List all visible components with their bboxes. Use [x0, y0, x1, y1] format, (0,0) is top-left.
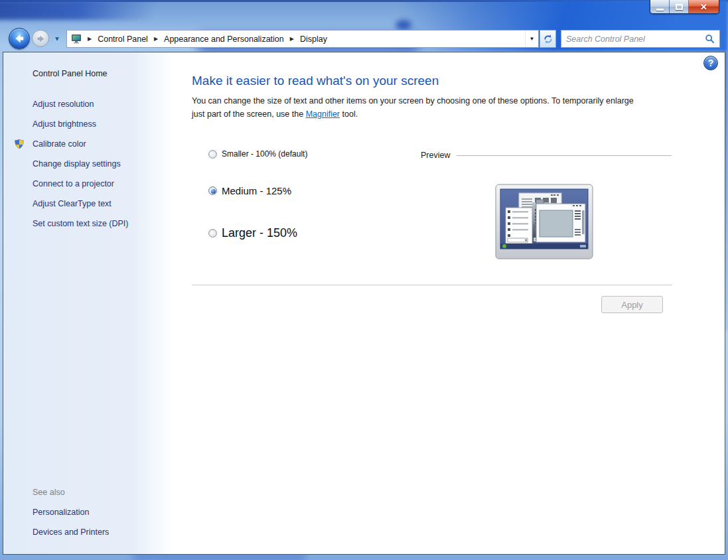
- magnifier-link[interactable]: Magnifier: [306, 109, 340, 119]
- see-also-section: See also Personalization Devices and Pri…: [3, 482, 173, 542]
- back-arrow-icon: [13, 33, 25, 44]
- apply-button[interactable]: Apply: [601, 296, 663, 313]
- uac-shield-icon: [14, 139, 25, 149]
- refresh-button[interactable]: [540, 30, 556, 48]
- help-button[interactable]: ?: [703, 56, 718, 70]
- sidebar-item-connect-projector[interactable]: Connect to a projector: [3, 174, 173, 194]
- sidebar-item-personalization[interactable]: Personalization: [3, 502, 173, 522]
- search-input[interactable]: [566, 35, 705, 44]
- recent-pages-chevron-icon[interactable]: ▼: [54, 35, 60, 42]
- radio-button-icon: [208, 150, 217, 159]
- sidebar-item-cleartype[interactable]: Adjust ClearType text: [3, 194, 173, 214]
- forward-button[interactable]: [32, 30, 49, 47]
- sidebar-item-adjust-resolution[interactable]: Adjust resolution: [3, 94, 173, 114]
- minimize-button[interactable]: [650, 0, 670, 13]
- breadcrumb-item-control-panel[interactable]: Control Panel: [97, 33, 149, 45]
- radio-button-icon: [208, 186, 217, 195]
- sidebar-task-list: Adjust resolution Adjust brightness Cali…: [3, 94, 173, 234]
- sidebar-item-devices-printers[interactable]: Devices and Printers: [3, 522, 173, 542]
- search-icon[interactable]: [705, 34, 715, 44]
- breadcrumb-item-appearance[interactable]: Appearance and Personalization: [163, 33, 285, 45]
- radio-button-icon: [208, 229, 217, 238]
- glass-blur-artifact: [396, 20, 411, 30]
- maximize-button[interactable]: [670, 0, 689, 13]
- radio-label[interactable]: Larger - 150%: [222, 226, 297, 240]
- refresh-icon: [543, 34, 553, 44]
- radio-label[interactable]: Medium - 125%: [222, 185, 291, 196]
- sidebar: Control Panel Home Adjust resolution Adj…: [3, 52, 173, 554]
- frame-top-edge: [0, 0, 728, 2]
- maximize-icon: [676, 4, 683, 10]
- see-also-header: See also: [3, 482, 173, 502]
- glass-streak: [0, 0, 199, 20]
- preview-group: Preview: [421, 151, 672, 160]
- breadcrumb-dropdown-icon[interactable]: ▼: [525, 31, 538, 47]
- sidebar-item-adjust-brightness[interactable]: Adjust brightness: [3, 114, 173, 134]
- radio-label[interactable]: Smaller - 100% (default): [222, 149, 307, 159]
- close-button[interactable]: ✕: [689, 0, 719, 13]
- breadcrumb-item-display[interactable]: Display: [299, 33, 328, 45]
- back-button[interactable]: [9, 28, 30, 49]
- sidebar-item-control-panel-home[interactable]: Control Panel Home: [33, 69, 108, 78]
- sidebar-item-label: Calibrate color: [33, 139, 86, 149]
- minimize-icon: [656, 9, 664, 11]
- description-text: You can change the size of text and othe…: [192, 96, 634, 119]
- explorer-window: ✕ ▼ ▶ Control Panel ▶ Appearance and Per…: [0, 0, 728, 560]
- dpi-preview-image: [495, 184, 593, 259]
- radio-option-smaller[interactable]: Smaller - 100% (default): [208, 149, 307, 159]
- start-orb-icon: [502, 244, 506, 248]
- display-location-icon[interactable]: [71, 34, 82, 44]
- main-panel: ? Make it easier to read what's on your …: [173, 52, 725, 554]
- breadcrumb: ▶ Control Panel ▶ Appearance and Persona…: [66, 30, 539, 48]
- breadcrumb-separator-icon: ▶: [88, 36, 92, 42]
- radio-option-medium[interactable]: Medium - 125%: [208, 185, 291, 196]
- radio-option-larger[interactable]: Larger - 150%: [208, 226, 297, 240]
- breadcrumb-separator-icon: ▶: [154, 36, 158, 42]
- preview-label: Preview: [421, 151, 450, 160]
- sidebar-item-change-display-settings[interactable]: Change display settings: [3, 154, 173, 174]
- help-icon: ?: [708, 58, 714, 68]
- breadcrumb-separator-icon: ▶: [290, 36, 294, 42]
- search-box: [561, 30, 720, 48]
- sidebar-item-calibrate-color[interactable]: Calibrate color: [3, 134, 173, 154]
- page-title: Make it easier to read what's on your sc…: [192, 74, 439, 88]
- page-description: You can change the size of text and othe…: [192, 95, 643, 121]
- close-icon: ✕: [700, 3, 707, 11]
- window-controls: ✕: [650, 0, 719, 14]
- description-text: tool.: [340, 109, 358, 119]
- section-divider: [192, 285, 672, 285]
- content-area: Control Panel Home Adjust resolution Adj…: [3, 52, 725, 555]
- forward-arrow-icon: [36, 34, 46, 44]
- sidebar-item-custom-dpi[interactable]: Set custom text size (DPI): [3, 214, 173, 234]
- preview-rule: [457, 155, 672, 156]
